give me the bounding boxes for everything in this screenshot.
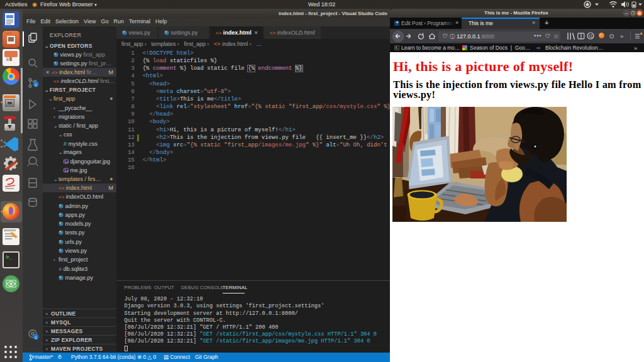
svg-text:G: G xyxy=(589,33,592,39)
